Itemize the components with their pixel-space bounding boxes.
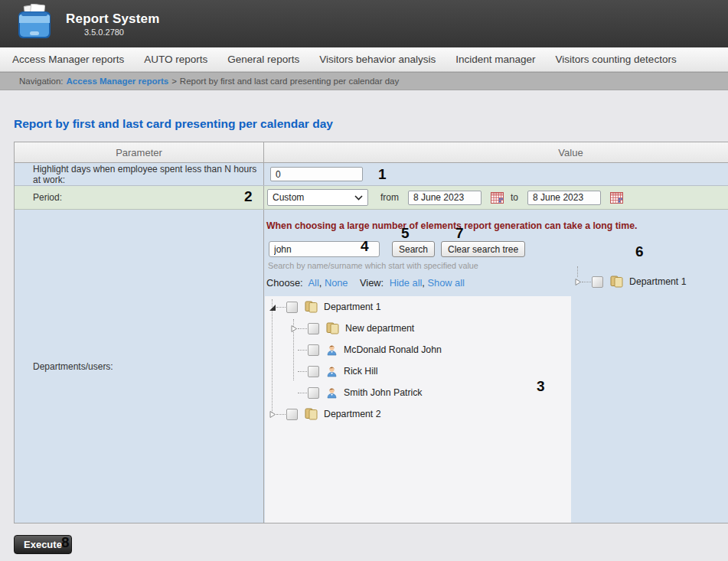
app-version: 3.5.0.2780 <box>84 28 160 37</box>
annotation-6: 6 <box>635 243 644 260</box>
department-folder-icon <box>305 301 318 313</box>
department-folder-icon <box>305 408 318 420</box>
view-hide-all-link[interactable]: Hide all <box>390 277 423 289</box>
tree-node-department-1[interactable]: Department 1 <box>265 296 571 318</box>
tree-node-label[interactable]: McDonald Ronald John <box>344 344 442 355</box>
annotation-1: 1 <box>378 166 387 183</box>
tree-collapsed-icon[interactable] <box>290 325 298 333</box>
tree-node-checkbox[interactable] <box>308 366 319 377</box>
tree-node-label[interactable]: Department 2 <box>324 409 381 419</box>
tree-node-label[interactable]: New department <box>345 323 414 334</box>
tree-node-checkbox[interactable] <box>308 344 319 356</box>
nav-item-auto-reports[interactable]: AUTO reports <box>144 54 207 65</box>
choose-none-link[interactable]: None <box>325 277 348 289</box>
annotation-5: 5 <box>401 225 410 242</box>
breadcrumb-prefix: Navigation: <box>19 77 64 86</box>
department-folder-icon <box>610 276 623 288</box>
tree-node-user-smith-john-patrick[interactable]: Smith John Patrick <box>265 382 571 403</box>
table-header-row: Parameter Value <box>15 142 728 163</box>
annotation-7: 7 <box>455 225 464 242</box>
period-preset-select[interactable]: Custom <box>267 189 368 206</box>
highlight-hours-label: Highlight days when employee spent less … <box>15 163 264 185</box>
app-header: Report System 3.5.0.2780 <box>0 0 728 47</box>
tree-connector <box>276 414 286 415</box>
nav-item-visitors-behavior-analysis[interactable]: Visitors behavior analysis <box>319 54 436 65</box>
tree-connector <box>298 371 307 372</box>
calendar-icon[interactable] <box>610 192 623 204</box>
period-to-label: to <box>511 192 518 203</box>
comma: , <box>422 277 425 289</box>
report-system-page: Report System 3.5.0.2780 Access Manager … <box>0 0 728 561</box>
nav-item-incident-manager[interactable]: Incident manager <box>455 54 535 65</box>
nav-item-visitors-counting-detectors[interactable]: Visitors counting detectors <box>556 54 677 65</box>
choose-all-link[interactable]: All <box>309 277 319 289</box>
period-to-date-input[interactable] <box>527 191 601 205</box>
tree-node-label[interactable]: Smith John Patrick <box>344 387 423 398</box>
table-row-departments-users: Departments/users: When choosing a large… <box>15 210 728 523</box>
chevron-down-icon <box>354 192 363 203</box>
report-system-logo-icon <box>15 4 54 44</box>
tree-leaf-spacer <box>290 389 298 397</box>
period-from-label: from <box>380 192 399 203</box>
calendar-icon[interactable] <box>491 192 504 204</box>
table-row-period: Period: Custom from <box>15 186 728 210</box>
departments-tree-panel: Department 1 <box>265 296 571 523</box>
table-row-highlight-hours: Highlight days when employee spent less … <box>15 163 728 186</box>
annotation-8: 8 <box>61 534 70 551</box>
app-title: Report System <box>66 11 160 27</box>
view-label: View: <box>360 277 384 289</box>
tree-node-user-mcdonald-ronald-john[interactable]: McDonald Ronald John <box>265 339 571 360</box>
tree-node-new-department[interactable]: New department <box>265 318 571 339</box>
page-title: Report by first and last card presenting… <box>14 117 333 131</box>
tree-leaf-spacer <box>290 346 298 354</box>
user-icon <box>326 387 338 399</box>
breadcrumb: Navigation: Access Manager reports > Rep… <box>0 72 728 90</box>
parameter-table: Parameter Value Highlight days when empl… <box>14 142 728 523</box>
annotation-4: 4 <box>361 238 369 255</box>
search-button[interactable]: Search <box>392 241 435 257</box>
view-show-all-link[interactable]: Show all <box>427 277 464 289</box>
period-label: Period: <box>15 186 264 209</box>
breadcrumb-separator: > <box>171 77 177 86</box>
tree-connector <box>298 328 307 329</box>
large-selection-warning: When choosing a large number of elements… <box>266 220 728 231</box>
tree-node-checkbox[interactable] <box>592 276 603 288</box>
tree-node-label[interactable]: Department 1 <box>324 302 381 312</box>
departments-users-label: Departments/users: <box>15 210 264 523</box>
choose-label: Choose: <box>266 277 303 289</box>
tree-node-department-2[interactable]: Department 2 <box>265 403 571 425</box>
tree-connector <box>276 307 286 308</box>
period-from-date-input[interactable] <box>408 191 482 205</box>
tree-node-label[interactable]: Department 1 <box>629 276 687 287</box>
nav-item-access-manager-reports[interactable]: Access Manager reports <box>12 54 124 65</box>
tree-node-label[interactable]: Rick Hill <box>344 366 377 377</box>
department-folder-icon <box>326 322 339 334</box>
tree-node-checkbox[interactable] <box>286 409 298 420</box>
annotation-2: 2 <box>244 188 253 205</box>
breadcrumb-link-access-manager-reports[interactable]: Access Manager reports <box>67 77 169 86</box>
tree-leaf-spacer <box>290 367 298 376</box>
nav-item-general-reports[interactable]: General reports <box>227 54 299 65</box>
main-nav: Access Manager reports AUTO reports Gene… <box>0 47 728 72</box>
tree-connector <box>298 393 307 393</box>
n-hours-input[interactable] <box>270 167 363 181</box>
tree-expanded-icon[interactable] <box>269 303 276 311</box>
annotation-3: 3 <box>537 378 545 395</box>
column-header-value: Value <box>264 142 728 162</box>
user-icon <box>326 344 338 356</box>
search-result-tree-node-department-1[interactable]: Department 1 <box>574 276 687 288</box>
column-header-parameter: Parameter <box>15 142 264 162</box>
tree-connector <box>582 282 591 282</box>
breadcrumb-current: Report by first and last card presenting… <box>180 77 399 86</box>
tree-collapsed-icon[interactable] <box>269 410 276 419</box>
user-icon <box>326 365 338 377</box>
clear-search-tree-button[interactable]: Clear search tree <box>441 241 525 257</box>
tree-node-user-rick-hill[interactable]: Rick Hill <box>265 360 571 382</box>
comma: , <box>319 277 322 289</box>
tree-node-checkbox[interactable] <box>308 387 319 399</box>
tree-node-checkbox[interactable] <box>286 302 298 313</box>
period-preset-selected-value: Custom <box>273 192 304 203</box>
tree-node-checkbox[interactable] <box>308 323 319 334</box>
tree-collapsed-icon[interactable] <box>574 278 582 286</box>
search-hint: Search by name/surname which start with … <box>268 261 728 270</box>
